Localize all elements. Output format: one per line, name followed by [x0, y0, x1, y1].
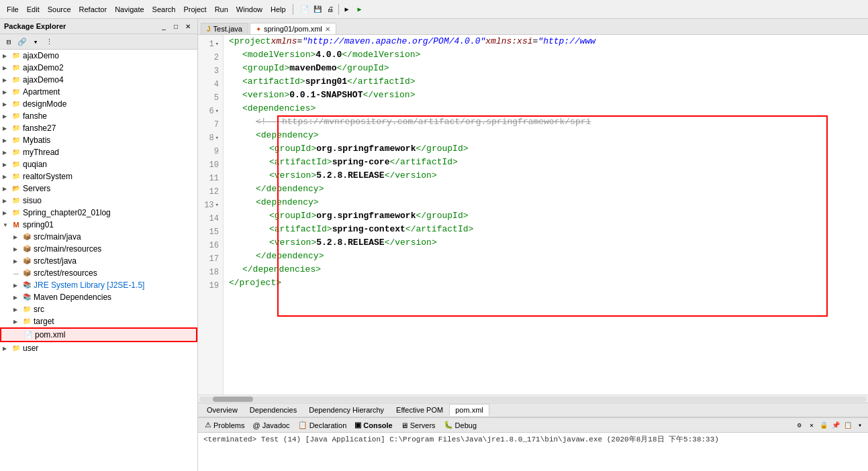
- tab-label: Test.java: [213, 25, 242, 33]
- code-line-8: <dependency>: [224, 129, 868, 142]
- console-settings-icon[interactable]: ⚙: [794, 420, 805, 431]
- project-icon: 📁: [11, 343, 21, 354]
- tree-label: quqian: [23, 160, 47, 169]
- project-icon: 📁: [11, 99, 21, 109]
- tree-item-Mybatis[interactable]: ▶ 📁 Mybatis: [0, 134, 197, 146]
- print-icon[interactable]: 🖨: [324, 3, 336, 15]
- console-pin-icon[interactable]: 📌: [830, 420, 841, 431]
- menu-project[interactable]: Project: [179, 4, 210, 15]
- tree-item-Apartment[interactable]: ▶ 📁 Apartment: [0, 86, 197, 98]
- console-tab-javadoc[interactable]: @ Javadoc: [248, 420, 293, 431]
- console-clear-icon[interactable]: ✕: [806, 420, 817, 431]
- tree-item-fanshe[interactable]: ▶ 📁 fanshe: [0, 110, 197, 122]
- tree-label: src/test/java: [34, 256, 77, 266]
- minimize-icon[interactable]: _: [158, 21, 169, 32]
- fold-icon[interactable]: ▾: [215, 199, 219, 212]
- tree-item-quqian[interactable]: ▶ 📁 quqian: [0, 158, 197, 170]
- pom-tabs: Overview Dependencies Dependency Hierarc…: [198, 403, 868, 417]
- code-scroll[interactable]: <project xmlns="http://maven.apache.org/…: [224, 35, 868, 395]
- line-num-15: 15: [198, 225, 223, 239]
- tab-close-icon[interactable]: ✕: [325, 25, 330, 33]
- code-line-12: </dependency>: [224, 182, 868, 196]
- project-icon: 📁: [11, 50, 21, 61]
- pom-tab-effective[interactable]: Effective POM: [390, 404, 449, 416]
- tree-item-src-test-java[interactable]: ▶ 📦 src/test/java: [0, 255, 197, 267]
- menu-refactor[interactable]: Refactor: [75, 4, 111, 15]
- link-editor-icon[interactable]: 🔗: [16, 36, 28, 48]
- tree-label: src/main/java: [34, 232, 81, 242]
- tree-item-realtorSystem[interactable]: ▶ 📁 realtorSystem: [0, 170, 197, 182]
- folder-icon: 📂: [11, 183, 21, 194]
- tree-label: spring01: [23, 220, 54, 229]
- menu-window[interactable]: Window: [232, 4, 267, 15]
- collapse-all-icon[interactable]: ⊟: [3, 36, 15, 48]
- debug-run-icon[interactable]: ▶: [341, 3, 353, 15]
- scroll-thumb[interactable]: [213, 397, 253, 402]
- arrow-icon: ▶: [3, 125, 11, 132]
- fold-icon[interactable]: ▾: [215, 105, 219, 118]
- tree-item-src-main-resources[interactable]: ▶ 📦 src/main/resources: [0, 243, 197, 255]
- tree-item-pom-xml[interactable]: 📄 pom.xml: [0, 327, 197, 342]
- arrow-icon: ▶: [3, 65, 11, 71]
- sidebar-header: Package Explorer _ □ ✕: [0, 19, 197, 34]
- menu-file[interactable]: File: [3, 4, 23, 15]
- console-copy-icon[interactable]: 📋: [842, 420, 853, 431]
- tree-item-jre[interactable]: ▶ 📚 JRE System Library [J2SE-1.5]: [0, 279, 197, 291]
- tree-item-ajaxDemo[interactable]: ▶ 📁 ajaxDemo: [0, 50, 197, 62]
- console-tab-label: Servers: [410, 421, 436, 429]
- console-more-icon[interactable]: ▾: [855, 420, 865, 431]
- pom-tab-dependencies[interactable]: Dependencies: [244, 404, 303, 416]
- menu-edit[interactable]: Edit: [23, 4, 44, 15]
- tree-item-spring-chapter[interactable]: ▶ 📁 Spring_chapter02_01log: [0, 207, 197, 219]
- line-numbers: 1▾ 2 3 4 5 6▾ 7 8▾ 9 10 11 12 13▾ 14 15 …: [198, 35, 224, 395]
- save-icon[interactable]: 💾: [311, 3, 324, 15]
- tree-item-src-test-resources[interactable]: — 📦 src/test/resources: [0, 267, 197, 279]
- tree-item-designMode[interactable]: ▶ 📁 designMode: [0, 98, 197, 110]
- sidebar-more-icon[interactable]: ⋮: [43, 36, 55, 48]
- pom-tab-hierarchy[interactable]: Dependency Hierarchy: [303, 404, 390, 416]
- menu-run[interactable]: Run: [211, 4, 232, 15]
- tab-test-java[interactable]: J Test.java: [201, 23, 248, 34]
- problems-icon: ⚠: [205, 421, 211, 429]
- tree-item-maven-deps[interactable]: ▶ 📚 Maven Dependencies: [0, 291, 197, 303]
- tree-item-Servers[interactable]: ▶ 📂 Servers: [0, 182, 197, 195]
- tree-item-user[interactable]: ▶ 📁 user: [0, 342, 197, 354]
- tree-item-fanshe27[interactable]: ▶ 📁 fanshe27: [0, 122, 197, 134]
- maximize-icon[interactable]: □: [171, 21, 181, 32]
- fold-icon[interactable]: ▾: [215, 132, 219, 145]
- tree-item-myThread[interactable]: ▶ 📁 myThread: [0, 146, 197, 158]
- horizontal-scrollbar[interactable]: [198, 395, 868, 403]
- tree-item-target[interactable]: ▶ 📁 target: [0, 315, 197, 327]
- new-icon[interactable]: 📄: [299, 3, 311, 15]
- tree-item-src[interactable]: ▶ 📁 src: [0, 303, 197, 315]
- run-icon[interactable]: ▶: [354, 3, 366, 15]
- tree-item-ajaxDemo4[interactable]: ▶ 📁 ajaxDemo4: [0, 74, 197, 86]
- menu-help[interactable]: Help: [267, 4, 290, 15]
- menu-search[interactable]: Search: [148, 4, 180, 15]
- tree-item-src-main-java[interactable]: ▶ 📦 src/main/java: [0, 231, 197, 243]
- console-scroll-lock-icon[interactable]: 🔒: [818, 420, 829, 431]
- pom-tab-xml[interactable]: pom.xml: [449, 404, 489, 416]
- arrow-icon: ▶: [3, 113, 11, 119]
- line-num-16: 16: [198, 239, 223, 252]
- tree-item-spring01[interactable]: ▼ M spring01: [0, 219, 197, 231]
- console-tab-console[interactable]: ▣ Console: [350, 419, 396, 431]
- console-tab-problems[interactable]: ⚠ Problems: [201, 419, 248, 431]
- pom-tab-overview[interactable]: Overview: [201, 404, 244, 416]
- menu-source[interactable]: Source: [44, 4, 75, 15]
- console-tab-servers[interactable]: 🖥 Servers: [397, 420, 440, 431]
- tab-pom-xml[interactable]: ✦ spring01/pom.xml ✕: [250, 23, 336, 34]
- menu-navigate[interactable]: Navigate: [111, 4, 148, 15]
- line-num-14: 14: [198, 212, 223, 225]
- fold-icon[interactable]: ▾: [215, 38, 219, 51]
- view-menu-icon[interactable]: ▾: [30, 36, 42, 48]
- console-tab-declaration[interactable]: 📋 Declaration: [294, 419, 351, 431]
- console-tab-debug[interactable]: 🐛 Debug: [440, 419, 481, 431]
- code-content-wrapper: <project xmlns="http://maven.apache.org/…: [224, 35, 868, 290]
- tree-label: user: [23, 344, 38, 353]
- arrow-icon: ▶: [3, 101, 11, 107]
- xml-tab-icon: ✦: [256, 25, 261, 33]
- close-icon[interactable]: ✕: [183, 21, 193, 32]
- tree-item-sisuo[interactable]: ▶ 📁 sisuo: [0, 195, 197, 207]
- tree-item-ajaxDemo2[interactable]: ▶ 📁 ajaxDemo2: [0, 62, 197, 74]
